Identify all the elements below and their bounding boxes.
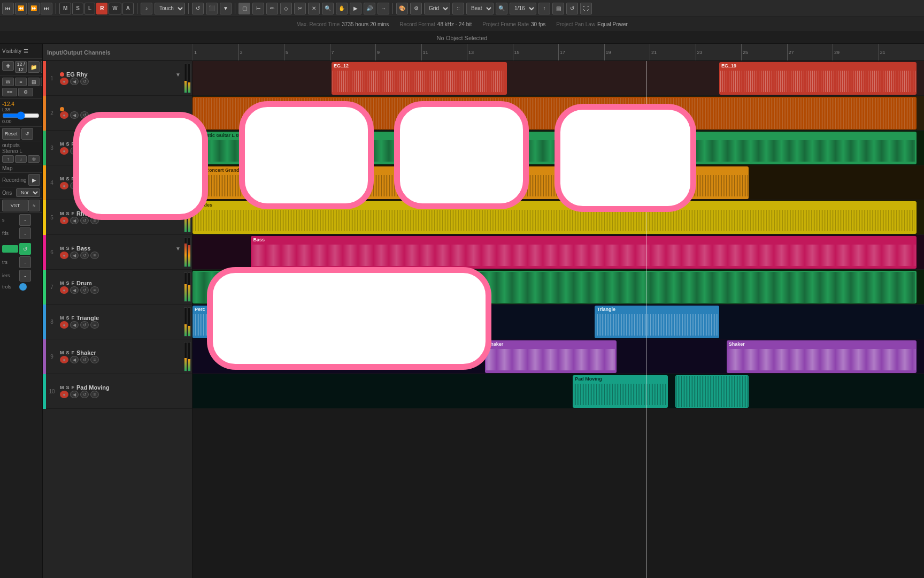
track-prev-btn-3[interactable]: ◀ [70, 147, 79, 155]
track-btn-s-10[interactable]: S [66, 385, 70, 390]
out-ctrl-3[interactable]: ⚙ [28, 155, 40, 163]
clip-perc[interactable]: Perc [192, 306, 478, 338]
mode-l[interactable]: L [84, 3, 95, 14]
track-loop-btn-9[interactable]: ↺ [80, 356, 89, 363]
track-loop-btn-6[interactable]: ↺ [80, 252, 89, 259]
clip-drum[interactable] [192, 271, 917, 303]
sends-minus-btn[interactable]: - [19, 214, 31, 226]
track-record-btn-10[interactable]: ● [60, 391, 68, 398]
track-btn-s-5[interactable]: S [66, 211, 70, 216]
track-btn-m-3[interactable]: M [60, 141, 64, 147]
clip-bass[interactable]: Bass [251, 236, 917, 269]
prev-btn[interactable]: ⏪ [15, 3, 27, 14]
track-extra-btn-10[interactable]: ≡ [90, 391, 99, 398]
track-btn-f-3[interactable]: F [72, 141, 75, 147]
track-btn-s-7[interactable]: S [66, 280, 70, 286]
track-prev-btn-6[interactable]: ◀ [70, 252, 79, 259]
track-loop-btn-7[interactable]: ↺ [80, 286, 89, 294]
touch-dropdown[interactable]: Touch [155, 3, 185, 14]
track-btn-s-4[interactable]: S [66, 176, 70, 181]
reset-btn[interactable]: Reset [2, 128, 20, 140]
clip-eg12[interactable]: EG_12 [332, 62, 507, 95]
color-btn[interactable]: 🎨 [396, 3, 408, 14]
split-tool[interactable]: ✕ [308, 3, 320, 14]
track-record-btn-7[interactable]: ● [60, 286, 68, 294]
track-btn-s-3[interactable]: S [66, 141, 70, 147]
track-loop-btn-2[interactable]: ↺ [80, 111, 89, 119]
mode-r[interactable]: R [96, 3, 107, 14]
clip-pad2[interactable] [675, 375, 749, 408]
trs-minus-btn[interactable]: - [19, 256, 31, 268]
track-btn-f-5[interactable]: F [72, 211, 75, 216]
track-record-btn-8[interactable]: ● [60, 321, 68, 329]
hand-tool[interactable]: ✋ [336, 3, 348, 14]
track-record-btn-3[interactable]: ● [60, 147, 68, 155]
settings-btn[interactable]: ⚙ [410, 3, 422, 14]
track-loop-btn-4[interactable]: ↺ [80, 182, 89, 189]
clip-rhodes[interactable]: Rhodes [192, 201, 917, 234]
track-prev-btn-4[interactable]: ◀ [70, 182, 79, 189]
track-btn-s-6[interactable]: S [66, 246, 70, 251]
track-record-btn-9[interactable]: ● [60, 356, 68, 363]
mode-m[interactable]: M [59, 3, 71, 14]
mode-a[interactable]: A [122, 3, 134, 14]
sidebar-ctrl-2[interactable]: ≡ [15, 78, 27, 86]
clip-pad1[interactable]: Pad Moving [573, 375, 668, 408]
select-tool[interactable]: ▢ [238, 3, 250, 14]
track-extra-btn-6[interactable]: ≡ [90, 252, 99, 259]
range-tool[interactable]: ⊢ [252, 3, 264, 14]
track-prev-btn-2[interactable]: ◀ [70, 111, 79, 119]
track-extra-btn-4[interactable]: ≡ [90, 182, 99, 189]
track-btn-f-7[interactable]: F [72, 280, 75, 286]
track-btn-f-9[interactable]: F [72, 350, 75, 355]
clip-shaker1[interactable]: Shaker [485, 340, 617, 373]
punch-out-btn[interactable]: ▼ [220, 3, 232, 14]
track-btn-m-8[interactable]: M [60, 315, 64, 321]
sidebar-ctrl-3[interactable]: ▤ [28, 78, 40, 86]
track-btn-m-10[interactable]: M [60, 385, 64, 390]
iers-minus-btn[interactable]: - [19, 270, 31, 282]
track-extra-btn-7[interactable]: ≡ [90, 286, 99, 294]
faders-minus-btn[interactable]: - [19, 227, 31, 239]
track-btn-f-10[interactable]: F [72, 385, 75, 390]
track-btn-m-5[interactable]: M [60, 211, 64, 216]
track-extra-btn-3[interactable]: ≡ [90, 147, 99, 155]
track-record-btn-5[interactable]: ● [60, 217, 68, 224]
track-prev-btn-8[interactable]: ◀ [70, 321, 79, 329]
sidebar-ctrl-5[interactable]: ≡≡ [2, 88, 17, 96]
speaker-tool[interactable]: 🔊 [364, 3, 375, 14]
sidebar-ctrl-1[interactable]: W [2, 78, 14, 86]
vst-btn[interactable]: VST [2, 200, 28, 211]
ons-dropdown[interactable]: None [16, 188, 40, 197]
out-ctrl-2[interactable]: ↓ [15, 155, 27, 163]
eq-btn[interactable]: ≈ [28, 200, 40, 211]
clip-eg19[interactable]: EG_19 [719, 62, 917, 95]
refresh2-btn[interactable]: ↺ [21, 128, 33, 140]
out-ctrl-1[interactable]: ↑ [2, 155, 14, 163]
track-prev-btn-10[interactable]: ◀ [70, 391, 79, 398]
clip-2[interactable] [192, 97, 917, 130]
next-btn[interactable]: ⏭ [41, 3, 52, 14]
beat-dropdown[interactable]: Beat [466, 3, 494, 14]
track-loop-btn-3[interactable]: ↺ [80, 147, 89, 155]
track-btn-m-4[interactable]: M [60, 176, 64, 181]
green-ctrl-btn[interactable]: ↺ [19, 243, 31, 255]
clip-shaker2[interactable]: Shaker [727, 340, 917, 373]
track-btn-s-9[interactable]: S [66, 350, 70, 355]
recording-expand-btn[interactable]: ▶ [28, 174, 40, 186]
sidebar-ctrl-6[interactable]: ⚙ [18, 88, 33, 96]
clip-btn[interactable]: ▤ [552, 3, 564, 14]
track-prev-btn-9[interactable]: ◀ [70, 356, 79, 363]
arrow-tool[interactable]: → [378, 3, 389, 14]
loop-btn[interactable]: ↺ [192, 3, 204, 14]
clip-piano[interactable]: CFX Concert Grand 01 [192, 166, 749, 199]
track-prev-btn-1[interactable]: ◀ [70, 78, 79, 85]
folder-btn[interactable]: 📁 [28, 61, 40, 73]
grid-dropdown[interactable]: Grid [424, 3, 450, 14]
track-btn-s-8[interactable]: S [66, 315, 70, 321]
clip-guitar[interactable]: Acoustic Guitar L 01 [192, 132, 917, 164]
grid-icon-btn[interactable]: :: [452, 3, 464, 14]
up-btn[interactable]: ↑ [538, 3, 550, 14]
track-btn-m-9[interactable]: M [60, 350, 64, 355]
volume-slider[interactable] [2, 113, 40, 118]
